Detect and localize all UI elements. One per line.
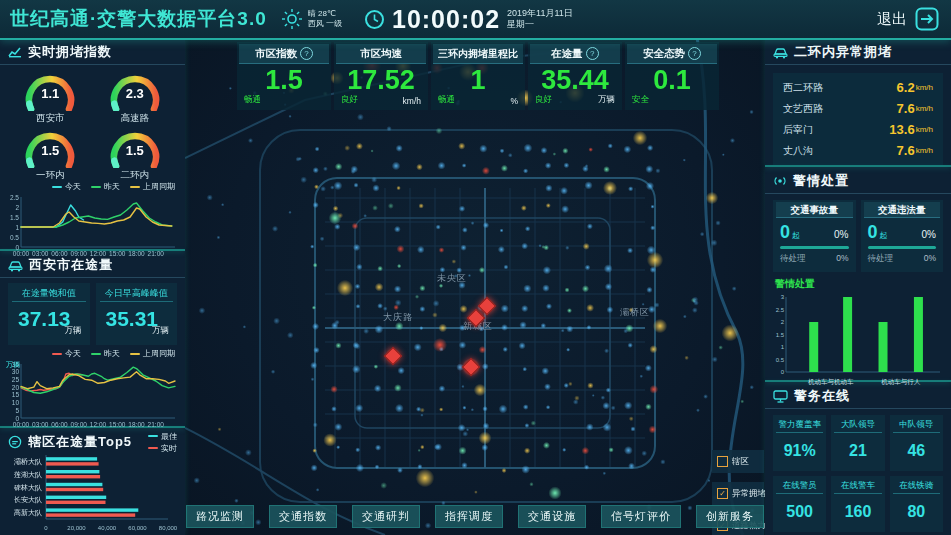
nav-command-dispatch[interactable]: 指挥调度 [435,505,503,528]
svg-text:高新大队: 高新大队 [14,508,42,517]
kpi-value: 1.5 [237,64,331,96]
kpi-onroad-volume: 在途量? 35.44 良好 万辆 [528,42,622,110]
svg-text:2: 2 [781,319,785,325]
kpi-unit: 万辆 [598,94,615,106]
legend-yesterday: 昨天 [104,181,120,192]
panel-congestion-index: 实时拥堵指数 1.1 西安市 2.3 高速路 1.5 一环内 1.5 二环内 [0,38,185,251]
gauge-value: 1.1 [8,86,93,101]
car-icon [8,259,23,272]
gauge-value: 1.5 [8,143,93,158]
gauge-ring1: 1.5 一环内 [8,126,93,181]
pending-percent: 0% [924,253,936,265]
city-traffic-map[interactable]: 市区指数? 1.5 畅通 市区均速 17.52 良好 km/h 三环内拥堵里程比… [185,38,765,535]
svg-text:0: 0 [44,525,48,531]
kpi-status: 良好 [341,94,358,106]
checkbox-icon: ✓ [717,488,728,499]
stat-unit: 万辆 [152,325,169,337]
nav-innovation-services[interactable]: 创新服务 [696,505,764,528]
nav-traffic-facilities[interactable]: 交通设施 [518,505,586,528]
help-icon[interactable]: ? [586,47,599,60]
stat-unit: 万辆 [65,325,82,337]
svg-text:21:00: 21:00 [148,421,165,428]
svg-text:5: 5 [15,407,19,414]
kpi-status: 良好 [535,94,552,106]
svg-text:1.5: 1.5 [776,332,785,338]
left-sidebar: 实时拥堵指数 1.1 西安市 2.3 高速路 1.5 一环内 1.5 二环内 [0,38,185,535]
panel-district-top5: 辖区在途量Top5 最佳 实时 灞桥大队莲湖大队碑林大队长安大队高新大队020,… [0,428,185,535]
pending-label: 待处理 [780,253,806,265]
congestion-line-chart: 00.511.522.500:0003:0006:0009:0012:0015:… [4,192,180,258]
traffic-heatmap [185,38,765,535]
gauge-ring2: 1.5 二环内 [93,126,178,181]
card-value: 0 [868,222,878,243]
top-header: 世纪高通·交警大数据平台3.0 晴 28℃ 西风 一级 10:00:02 201… [0,0,951,40]
onroad-chart-legend[interactable]: 今天 昨天 上周同期 [0,348,185,359]
pending-label: 待处理 [868,253,894,265]
gauge-label: 二环内 [93,169,178,182]
app-title: 世纪高通·交警大数据平台3.0 [0,6,281,32]
kpi-value: 1 [431,64,525,96]
svg-text:60,000: 60,000 [128,525,147,531]
svg-text:万辆: 万辆 [6,361,20,369]
legend-yesterday: 昨天 [104,348,120,359]
svg-text:3: 3 [781,294,785,300]
stat-value: 37.13 [8,302,71,331]
kpi-unit: km/h [403,96,421,106]
map-district-label: 未央区 [437,272,467,285]
current-weekday: 星期一 [507,19,573,30]
legend-realtime: 实时 [161,443,177,454]
svg-text:碑林大队: 碑林大队 [14,484,42,492]
bottom-nav: 路况监测 交通指数 交通研判 指挥调度 交通设施 信号灯评价 创新服务 [185,505,765,528]
toggle-district[interactable]: 辖区 [712,450,764,473]
svg-text:25: 25 [12,376,20,383]
kpi-card-row: 市区指数? 1.5 畅通 市区均速 17.52 良好 km/h 三环内拥堵里程比… [237,42,719,110]
saturation-card: 在途量饱和值 37.13 万辆 [8,283,90,345]
current-date: 2019年11月11日 [507,8,573,19]
incident-bar-chart: 00.511.522.53机动车与机动车机动车与行人 [770,291,946,387]
svg-text:灞桥大队: 灞桥大队 [14,457,42,466]
nav-traffic-index[interactable]: 交通指数 [269,505,337,528]
kpi-value: 35.44 [528,64,622,96]
road-speed: 7.6 [897,143,915,158]
online-riders-card: 在线铁骑 80 [890,476,943,532]
map-district-label: 灞桥区 [620,306,650,319]
card-label: 在线铁骑 [893,478,940,494]
violation-card: 交通违法量 0 起 0% 待处理 0% [861,200,944,272]
gauge-grid: 1.1 西安市 2.3 高速路 1.5 一环内 1.5 二环内 [0,65,185,181]
panel-title: 警务在线 [794,387,850,405]
squadron-leaders-card: 中队领导 46 [890,415,943,471]
panel-onroad-volume: 西安市在途量 在途量饱和值 37.13 万辆 今日早高峰峰值 35.31 万辆 … [0,251,185,428]
card-value: 91% [773,433,826,469]
card-value: 500 [773,494,826,530]
card-percent: 0% [922,229,936,240]
current-time: 10:00:02 [392,5,500,34]
svg-text:2: 2 [15,204,19,211]
nav-road-monitoring[interactable]: 路况监测 [186,505,254,528]
svg-text:10: 10 [12,399,20,406]
panel-incident-handling: 警情处置 交通事故量 0 起 0% 待处理 0% 交通违法量 0 [765,167,951,382]
nav-signal-evaluation[interactable]: 信号灯评价 [601,505,681,528]
panel-title: 警情处置 [793,172,849,190]
road-speed-unit: km/h [916,104,933,113]
help-icon[interactable]: ? [688,47,701,60]
road-name: 文艺西路 [783,102,897,116]
weather-widget: 晴 28℃ 西风 一级 [281,8,342,30]
svg-text:12:00: 12:00 [90,421,107,428]
svg-text:1.5: 1.5 [10,214,19,221]
help-icon[interactable]: ? [300,47,313,60]
svg-text:03:00: 03:00 [32,421,49,428]
kpi-ring3-congestion-ratio: 三环内拥堵里程比 1 畅通 % [431,42,525,110]
online-vehicles-card: 在线警车 160 [831,476,884,532]
toggle-abnormal-congestion[interactable]: ✓ 异常拥堵 [712,482,764,505]
online-officers-card: 在线警员 500 [773,476,826,532]
congestion-chart-legend[interactable]: 今天 昨天 上周同期 [0,181,185,192]
road-speed: 6.2 [897,80,915,95]
svg-text:00:00: 00:00 [13,421,30,428]
svg-text:18:00: 18:00 [128,421,145,428]
sun-icon [281,8,303,30]
brigade-leaders-card: 大队领导 21 [831,415,884,471]
logout-button[interactable]: 退出 [877,7,951,31]
nav-traffic-analysis[interactable]: 交通研判 [352,505,420,528]
svg-text:1: 1 [781,344,785,350]
badge-icon [8,435,22,449]
